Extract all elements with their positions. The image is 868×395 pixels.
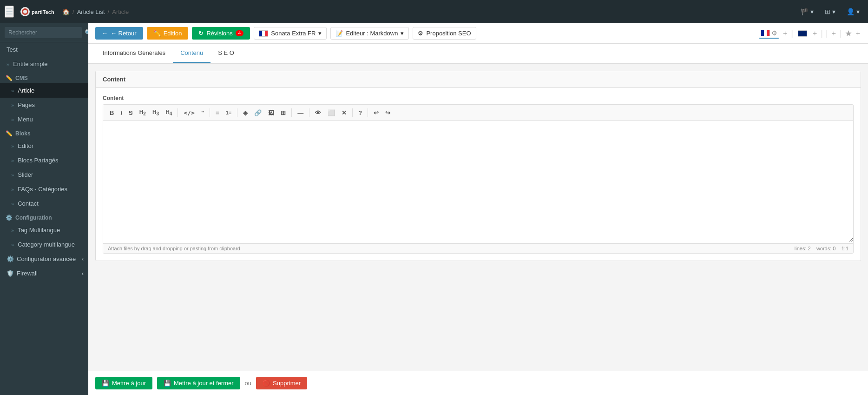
md-stats: lines: 2 words: 0 1:1 <box>795 246 848 251</box>
tab-informations-generales[interactable]: Informations Générales <box>95 44 173 63</box>
md-bold-btn[interactable]: B <box>107 108 117 118</box>
locale-label: Sonata Extra FR <box>271 30 316 37</box>
revisions-button[interactable]: ↻ Révisions 4 <box>192 27 250 40</box>
back-button[interactable]: ← ← Retour <box>95 27 143 40</box>
md-redo-btn[interactable]: ↪ <box>382 108 393 118</box>
lang-uk-item[interactable] <box>796 29 809 38</box>
md-image-btn[interactable]: 🖼 <box>265 108 277 118</box>
lang-add-btn2[interactable]: + <box>812 29 818 38</box>
sidebar-item-firewall[interactable]: 🛡️ Firewall ‹ <box>0 266 88 281</box>
md-clean-btn[interactable]: ◈ <box>240 108 250 118</box>
sidebar-item-tag-multilangue[interactable]: » Tag Multilangue <box>0 223 88 237</box>
sidebar-section-config: ⚙️ Configuration <box>0 211 88 223</box>
md-side-btn[interactable]: ⬜ <box>325 108 338 118</box>
lang-row: ⚙ + | + | | + | ★ + <box>759 28 861 39</box>
user-dropdown-btn[interactable]: 👤 ▾ <box>843 6 863 17</box>
md-ol-btn[interactable]: 1≡ <box>223 108 235 117</box>
breadcrumb-home[interactable]: 🏠 <box>62 8 70 15</box>
breadcrumb-article-list[interactable]: Article List <box>77 8 105 15</box>
breadcrumb-sep2: / <box>108 8 110 15</box>
config-icon: ⚙️ <box>6 214 13 221</box>
sidebar-item-slider[interactable]: » Slider <box>0 167 88 182</box>
delete-button[interactable]: 🚫 Supprimer <box>256 377 307 389</box>
md-strikethrough-btn[interactable]: S <box>126 108 136 118</box>
sidebar-item-editor[interactable]: » Editor <box>0 139 88 153</box>
bottom-action-bar: 💾 Mettre à jour 💾 Mettre à jour et ferme… <box>88 371 868 395</box>
md-italic-btn[interactable]: I <box>118 108 125 118</box>
sidebar-item-blocs-partages[interactable]: » Blocs Partagés <box>0 153 88 167</box>
seo-button[interactable]: ⚙ Proposition SEO <box>413 27 476 40</box>
hamburger-btn[interactable]: ☰ <box>5 6 14 18</box>
sidebar-item-entite-simple[interactable]: » Entite simple <box>0 57 88 71</box>
sidebar-item-label: Tag Multilangue <box>18 227 60 234</box>
md-link-btn[interactable]: 🔗 <box>251 108 264 118</box>
sidebar-item-config-avancee[interactable]: ⚙️ Configuraton avancée ‹ <box>0 252 88 266</box>
sidebar-item-article[interactable]: » Article <box>0 83 88 98</box>
editor-dropdown-icon: ▾ <box>401 30 404 37</box>
tab-seo[interactable]: S E O <box>210 44 242 63</box>
content-card-header: Content <box>96 71 861 88</box>
sidebar-item-label: Editor <box>18 142 33 149</box>
sidebar-item-label: Pages <box>18 101 35 108</box>
locale-dropdown-icon: ▾ <box>318 30 322 37</box>
chevrons-icon: » <box>11 158 14 163</box>
chevrons-icon: » <box>11 117 14 122</box>
md-sep1 <box>178 108 178 117</box>
md-ul-btn[interactable]: ≡ <box>213 108 222 118</box>
sidebar-item-faqs[interactable]: » FAQs - Catégories <box>0 182 88 196</box>
top-nav-left: ☰ partiTech 🏠 / Article List / Article <box>5 5 129 19</box>
lang-fr-item[interactable]: ⚙ <box>759 28 779 39</box>
md-help-btn[interactable]: ? <box>355 108 365 118</box>
md-undo-btn[interactable]: ↩ <box>371 108 381 118</box>
revisions-badge: 4 <box>236 30 244 36</box>
sidebar-item-pages[interactable]: » Pages <box>0 98 88 112</box>
md-h3-btn[interactable]: H3 <box>150 107 162 118</box>
lang-fr-settings-btn[interactable]: ⚙ <box>771 29 777 37</box>
grid-dropdown-btn[interactable]: ⊞ ▾ <box>821 6 839 17</box>
md-hr-btn[interactable]: — <box>295 108 306 118</box>
back-icon: ← <box>102 30 108 37</box>
edition-button[interactable]: ✏️ Edition <box>147 27 189 40</box>
sidebar-item-test[interactable]: Test <box>0 42 88 57</box>
delete-label: Supprimer <box>273 380 301 387</box>
save-label: Mettre à jour <box>112 380 146 387</box>
search-input[interactable] <box>5 27 82 38</box>
md-h4-btn[interactable]: H4 <box>163 107 175 118</box>
sidebar-item-category-multilangue[interactable]: » Category multilangue <box>0 237 88 252</box>
chevrons-icon: » <box>11 172 14 178</box>
lang-add-btn1[interactable]: + <box>782 29 788 38</box>
sidebar-item-label: Contact <box>18 200 39 207</box>
star-icon: ★ <box>845 28 852 39</box>
flag-dropdown-btn[interactable]: 🏴 ▾ <box>797 6 817 17</box>
md-code-btn[interactable]: </> <box>181 108 197 118</box>
sidebar-item-menu[interactable]: » Menu <box>0 112 88 127</box>
md-h2-btn[interactable]: H2 <box>137 107 149 118</box>
seo-label: Proposition SEO <box>426 30 471 37</box>
bloks-icon: ✏️ <box>6 130 13 137</box>
md-table-btn[interactable]: ⊞ <box>278 108 289 118</box>
editor-label: Editeur : Markdown <box>346 30 398 37</box>
md-quote-btn[interactable]: " <box>198 108 207 118</box>
md-close-btn[interactable]: ✕ <box>339 108 349 118</box>
sidebar-item-label: Menu <box>18 116 33 123</box>
save-button[interactable]: 💾 Mettre à jour <box>95 377 152 389</box>
firewall-icon: 🛡️ <box>7 270 14 277</box>
lang-vertical-separator: | <box>826 28 828 38</box>
md-preview-btn[interactable]: 👁 <box>312 108 324 118</box>
md-textarea[interactable] <box>103 121 853 242</box>
editor-selector[interactable]: 📝 Editeur : Markdown ▾ <box>330 27 409 40</box>
tab-contenu[interactable]: Contenu <box>173 44 210 63</box>
locale-selector[interactable]: Sonata Extra FR ▾ <box>254 27 327 40</box>
chevrons-icon: » <box>11 201 14 207</box>
markdown-editor: B I S H2 H3 H4 </> " ≡ 1≡ <box>103 104 854 254</box>
sidebar-item-contact[interactable]: » Contact <box>0 196 88 211</box>
lang-add-btn3[interactable]: + <box>831 29 837 38</box>
editor-icon: 📝 <box>335 30 343 37</box>
lang-add-btn4[interactable]: + <box>855 29 861 38</box>
sidebar-item-label: Blocs Partagés <box>18 157 58 164</box>
save-close-button[interactable]: 💾 Mettre à jour et fermer <box>157 377 240 389</box>
search-btn[interactable]: 🔍 <box>85 29 88 36</box>
breadcrumb-current: Article <box>112 8 129 15</box>
search-box: 🔍 <box>0 23 88 42</box>
action-bar: ← ← Retour ✏️ Edition ↻ Révisions 4 <box>88 23 868 44</box>
